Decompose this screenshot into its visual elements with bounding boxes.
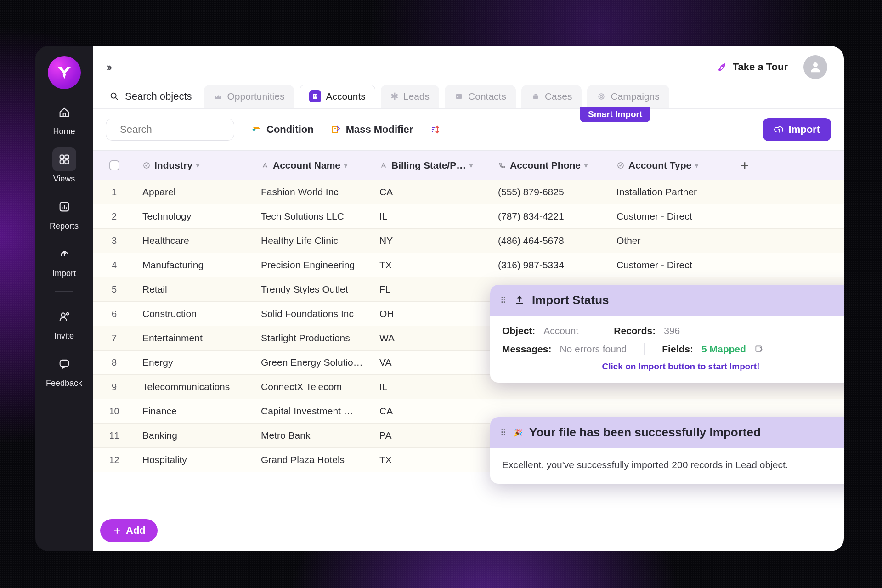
take-tour-button[interactable]: Take a Tour <box>717 61 788 73</box>
cell-account-name: ConnectX Telecom <box>254 375 373 399</box>
row-number: 2 <box>93 204 136 228</box>
select-all-checkbox[interactable] <box>109 160 119 170</box>
tab-campaigns[interactable]: Campaigns <box>587 85 669 108</box>
sidebar-item-home[interactable]: Home <box>35 100 93 136</box>
svg-point-9 <box>813 62 818 67</box>
rocket-icon <box>717 62 728 73</box>
row-number: 3 <box>93 229 136 253</box>
expand-sidebar-icon[interactable]: ›› <box>107 60 110 74</box>
add-column-button[interactable]: ＋ <box>729 151 761 180</box>
table-row[interactable]: 1ApparelFashion World IncCA(555) 879-682… <box>93 180 844 204</box>
sort-tool[interactable] <box>430 124 441 135</box>
sidebar-item-label: Invite <box>54 331 74 341</box>
cell-account-name: Metro Bank <box>254 424 373 447</box>
sidebar-item-label: Reports <box>50 221 79 231</box>
sidebar-separator <box>55 291 74 292</box>
svg-rect-19 <box>534 94 537 96</box>
mass-modifier-tool[interactable]: Mass Modifier <box>330 124 413 136</box>
row-number: 11 <box>93 424 136 447</box>
drag-handle-icon[interactable]: ⠿ <box>500 295 507 305</box>
svg-point-8 <box>722 65 724 67</box>
cell-billing-state: PA <box>373 424 492 447</box>
import-status-panel: ⠿ Import Status ✕ Object:Account Records… <box>490 285 844 383</box>
tab-label: Leads <box>403 91 430 102</box>
table-search[interactable] <box>106 119 234 141</box>
cell-billing-state: NY <box>373 229 492 253</box>
tab-contacts[interactable]: Contacts <box>445 85 516 108</box>
sidebar-item-import[interactable]: Import <box>35 242 93 278</box>
reports-icon <box>58 200 71 213</box>
import-button[interactable]: Import <box>763 118 831 141</box>
sidebar-item-views[interactable]: Views <box>35 147 93 184</box>
svg-rect-1 <box>65 155 68 159</box>
cell-billing-state: WA <box>373 326 492 350</box>
svg-rect-12 <box>314 95 315 96</box>
cell-billing-state: IL <box>373 204 492 228</box>
user-avatar[interactable] <box>803 55 827 79</box>
cell-account-name: Solid Foundations Inc <box>254 302 373 326</box>
cell-billing-state: OH <box>373 302 492 326</box>
briefcase-icon <box>531 92 540 101</box>
upload-icon <box>514 294 526 306</box>
sidebar-item-feedback[interactable]: Feedback <box>35 352 93 388</box>
column-header-billing-state[interactable]: Billing State/P…▾ <box>373 151 492 180</box>
invite-icon <box>58 310 71 323</box>
tab-accounts[interactable]: Accounts <box>300 85 375 108</box>
svg-rect-15 <box>316 96 317 96</box>
edit-icon[interactable] <box>754 345 763 354</box>
cell-account-name: Healthy Life Clinic <box>254 229 373 253</box>
column-header-account-phone[interactable]: Account Phone▾ <box>492 151 610 180</box>
cell-industry: Entertainment <box>136 326 254 350</box>
tab-label: Accounts <box>326 91 365 102</box>
table-row[interactable]: 4ManufacturingPrecision EngineeringTX(31… <box>93 253 844 277</box>
table-row[interactable]: 3HealthcareHealthy Life ClinicNY(486) 46… <box>93 229 844 253</box>
cell-account-name: Precision Engineering <box>254 253 373 277</box>
sidebar-item-reports[interactable]: Reports <box>35 195 93 231</box>
cell-account-name: Starlight Productions <box>254 326 373 350</box>
cell-billing-state: TX <box>373 448 492 472</box>
cell-billing-state: IL <box>373 375 492 399</box>
cell-account-name: Fashion World Inc <box>254 180 373 204</box>
cell-account-name: Tech Solutions LLC <box>254 204 373 228</box>
column-header-industry[interactable]: Industry▾ <box>136 151 254 180</box>
import-icon <box>58 248 71 260</box>
tab-cases[interactable]: Cases <box>521 85 582 108</box>
row-number: 5 <box>93 277 136 301</box>
phone-icon <box>498 161 506 170</box>
checklist-icon <box>142 161 151 170</box>
cell-account-phone: (787) 834-4221 <box>492 204 610 228</box>
import-status-title: Import Status <box>532 293 609 307</box>
row-number: 8 <box>93 351 136 374</box>
cell-industry: Energy <box>136 351 254 374</box>
column-header-account-type[interactable]: Account Type▾ <box>610 151 729 180</box>
svg-rect-11 <box>313 94 317 99</box>
search-input[interactable] <box>120 124 246 136</box>
cell-billing-state: CA <box>373 399 492 423</box>
search-icon <box>109 91 119 102</box>
cell-account-type: Customer - Direct <box>610 204 729 228</box>
condition-tool[interactable]: Condition <box>251 124 314 136</box>
cell-account-name: Green Energy Solutio… <box>254 351 373 374</box>
tab-label: Opportunities <box>227 91 285 102</box>
search-objects[interactable]: Search objects <box>103 86 198 107</box>
sidebar: Home Views Reports Import Invite Feedbac… <box>35 46 93 551</box>
cell-industry: Manufacturing <box>136 253 254 277</box>
drag-handle-icon[interactable]: ⠿ <box>500 428 507 438</box>
tab-opportunities[interactable]: Opportunities <box>204 85 294 108</box>
tab-leads[interactable]: ✱ Leads <box>381 85 439 108</box>
cell-account-phone: (316) 987-5334 <box>492 253 610 277</box>
sidebar-item-invite[interactable]: Invite <box>35 305 93 341</box>
column-header-account-name[interactable]: Account Name▾ <box>254 151 373 180</box>
cell-industry: Telecommunications <box>136 375 254 399</box>
checklist-icon <box>616 161 625 170</box>
add-row-button[interactable]: ＋ Add <box>100 519 158 542</box>
cell-industry: Technology <box>136 204 254 228</box>
smart-import-badge: Smart Import <box>580 107 650 122</box>
take-tour-label: Take a Tour <box>733 61 788 73</box>
brand-logo <box>48 56 81 89</box>
cell-industry: Banking <box>136 424 254 447</box>
mass-modifier-icon <box>330 124 341 135</box>
condition-icon <box>251 124 262 135</box>
table-row[interactable]: 2TechnologyTech Solutions LLCIL(787) 834… <box>93 204 844 229</box>
add-row-label: Add <box>126 525 146 537</box>
